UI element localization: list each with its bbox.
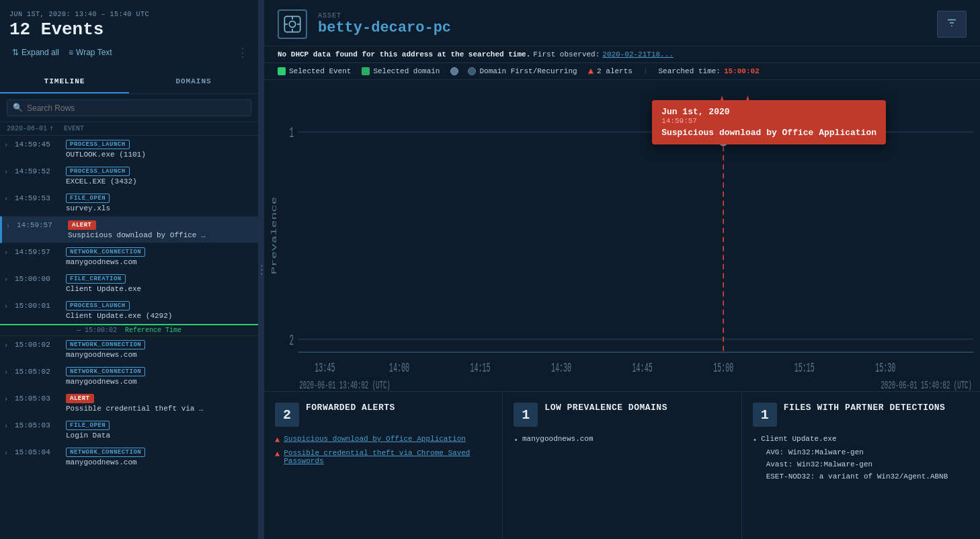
left-header: JUN 1ST, 2020: 13:40 – 15:40 UTC 12 Even… <box>0 0 258 71</box>
legend-sep: | <box>643 67 648 75</box>
legend-domain-first-label: Domain First/Recurring <box>479 67 577 75</box>
legend-alerts: ▲ 2 alerts <box>588 66 632 77</box>
event-badge: NETWORK_CONNECTION <box>66 247 145 257</box>
first-observed-link[interactable]: 2020-02-21T18... <box>602 50 673 58</box>
expand-arrow-icon[interactable]: › <box>4 249 12 257</box>
event-time: 14:59:52 <box>15 166 63 175</box>
wrap-text-button[interactable]: ≡ Wrap Text <box>66 46 115 58</box>
tab-timeline[interactable]: TIMELINE <box>0 71 129 93</box>
svg-text:13:45: 13:45 <box>315 361 335 376</box>
event-row[interactable]: ›14:59:52PROCESS_LAUNCHEXCEL.EXE (3432) <box>0 163 258 190</box>
resize-handle[interactable] <box>259 0 264 539</box>
event-badge: NETWORK_CONNECTION <box>66 340 145 349</box>
expand-arrow-icon[interactable]: › <box>4 396 12 403</box>
event-time: 15:05:04 <box>15 447 63 456</box>
card-sub-text: AVG: Win32:Malware-gen <box>766 448 864 456</box>
toolbar: ⇅ Expand all ≡ Wrap Text ⋮ <box>9 45 249 65</box>
legend-alerts-label: 2 alerts <box>597 67 632 75</box>
event-badge: NETWORK_CONNECTION <box>66 448 145 457</box>
expand-all-icon: ⇅ <box>12 48 19 57</box>
card-item: •manygoodnews.com <box>514 435 730 444</box>
tab-domains[interactable]: DOMAINS <box>129 71 258 93</box>
expand-arrow-icon[interactable]: › <box>4 450 12 457</box>
legend-alert-icon: ▲ <box>588 66 594 77</box>
card-item: ▲Possible credential theft via Chrome Sa… <box>275 449 491 465</box>
legend-searched-time: Searched time: 15:00:02 <box>659 67 760 75</box>
date-range: JUN 1ST, 2020: 13:40 – 15:40 UTC <box>9 11 249 18</box>
cards-row: 2FORWARDED ALERTS▲Suspicious download by… <box>264 391 980 539</box>
event-time: 14:59:45 <box>15 139 63 149</box>
event-row[interactable]: ›14:59:57NETWORK_CONNECTIONmanygoodnews.… <box>0 243 258 270</box>
event-row[interactable]: ›15:00:00FILE_CREATIONClient Update.exe <box>0 270 258 297</box>
event-row[interactable]: ›15:05:04NETWORK_CONNECTIONmanygoodnews.… <box>0 444 258 470</box>
expand-arrow-icon[interactable]: › <box>6 222 14 230</box>
event-row[interactable]: ›14:59:45PROCESS_LAUNCHOUTLOOK.exe (1101… <box>0 136 258 163</box>
event-row[interactable]: ›15:00:01PROCESS_LAUNCHClient Update.exe… <box>0 297 258 324</box>
svg-text:2020-06-01 13:40:02 (UTC): 2020-06-01 13:40:02 (UTC) <box>299 378 391 391</box>
event-row[interactable]: ›14:59:57ALERTSuspicious download by Off… <box>0 216 258 243</box>
card-num-0: 2 <box>275 403 299 427</box>
event-row[interactable]: ›15:00:02NETWORK_CONNECTIONmanygoodnews.… <box>0 336 258 363</box>
event-time: 15:05:03 <box>15 420 63 429</box>
expand-arrow-icon[interactable]: › <box>4 369 12 376</box>
dhcp-bar: No DHCP data found for this address at t… <box>264 46 980 63</box>
asset-info: ASSET betty-decaro-pc <box>318 12 926 36</box>
event-badge: FILE_CREATION <box>66 274 126 284</box>
asset-header: ASSET betty-decaro-pc <box>264 0 980 46</box>
event-content: NETWORK_CONNECTIONmanygoodnews.com <box>66 447 254 466</box>
expand-all-button[interactable]: ⇅ Expand all <box>9 46 62 58</box>
expand-arrow-icon[interactable]: › <box>4 342 12 349</box>
card-num-2: 1 <box>753 403 777 427</box>
svg-text:Prevalence: Prevalence <box>271 197 279 275</box>
expand-arrow-icon[interactable]: › <box>4 169 12 176</box>
event-row[interactable]: ›14:59:53FILE_OPENsurvey.xls <box>0 190 258 216</box>
card-2: 1FILES WITH PARTNER DETECTIONS•Client Up… <box>742 392 980 539</box>
events-list: ›14:59:45PROCESS_LAUNCHOUTLOOK.exe (1101… <box>0 136 258 539</box>
dhcp-message: No DHCP data found for this address at t… <box>278 50 530 58</box>
event-content: NETWORK_CONNECTIONmanygoodnews.com <box>66 339 254 359</box>
expand-arrow-icon[interactable]: › <box>4 423 12 430</box>
card-item: Avast: Win32:Malware-gen <box>753 460 969 468</box>
card-header-1: 1LOW PREVALENCE DOMAINS <box>514 403 730 427</box>
expand-arrow-icon[interactable]: › <box>4 276 12 284</box>
event-label: Possible credential theft via … <box>66 405 227 413</box>
expand-arrow-icon[interactable]: › <box>4 196 12 203</box>
search-input[interactable] <box>27 103 245 113</box>
col-time-header: 2020-06-01 ↑ <box>7 125 64 132</box>
card-sub-text: ESET-NOD32: a variant of Win32/Agent.ABN… <box>766 472 948 481</box>
card-alert-link[interactable]: Suspicious download by Office Applicatio… <box>284 435 466 443</box>
event-time: 14:59:57 <box>15 247 63 256</box>
more-options-button[interactable]: ⋮ <box>237 45 249 60</box>
right-panel: ASSET betty-decaro-pc No DHCP data found… <box>264 0 980 539</box>
svg-text:15:30: 15:30 <box>875 361 895 376</box>
event-content: PROCESS_LAUNCHOUTLOOK.exe (1101) <box>66 139 254 159</box>
expand-arrow-icon[interactable]: › <box>4 303 12 310</box>
card-num-1: 1 <box>514 403 538 427</box>
event-badge: PROCESS_LAUNCH <box>66 167 130 176</box>
left-panel: JUN 1ST, 2020: 13:40 – 15:40 UTC 12 Even… <box>0 0 259 539</box>
event-badge: ALERT <box>66 394 94 403</box>
event-content: FILE_OPENsurvey.xls <box>66 193 254 212</box>
expand-arrow-icon[interactable]: › <box>4 142 12 149</box>
event-label: EXCEL.EXE (3432) <box>66 177 227 185</box>
card-alert-link[interactable]: Possible credential theft via Chrome Sav… <box>284 449 491 465</box>
wrap-text-label: Wrap Text <box>76 48 112 57</box>
event-time: 15:00:00 <box>15 274 63 283</box>
svg-point-1 <box>289 21 295 27</box>
event-row[interactable]: ›15:05:02NETWORK_CONNECTIONmanygoodnews.… <box>0 363 258 390</box>
event-badge: FILE_OPEN <box>66 194 110 203</box>
search-icon: 🔍 <box>13 103 23 113</box>
event-label: manygoodnews.com <box>66 458 227 466</box>
legend-domain-first-dot <box>450 67 458 75</box>
event-label: OUTLOOK.exe (1101) <box>66 151 227 159</box>
event-content: NETWORK_CONNECTIONmanygoodnews.com <box>66 366 254 386</box>
filter-button[interactable] <box>937 11 967 38</box>
event-badge: FILE_OPEN <box>66 421 110 430</box>
card-header-2: 1FILES WITH PARTNER DETECTIONS <box>753 403 969 427</box>
legend-domain-recurring-dot <box>468 67 476 75</box>
legend-bar: Selected Event Selected domain Domain Fi… <box>264 63 980 80</box>
card-title-0: FORWARDED ALERTS <box>306 403 395 414</box>
sort-arrow-icon[interactable]: ↑ <box>50 125 54 132</box>
event-row[interactable]: ›15:05:03FILE_OPENLogin Data <box>0 417 258 444</box>
event-row[interactable]: ›15:05:03ALERTPossible credential theft … <box>0 390 258 417</box>
